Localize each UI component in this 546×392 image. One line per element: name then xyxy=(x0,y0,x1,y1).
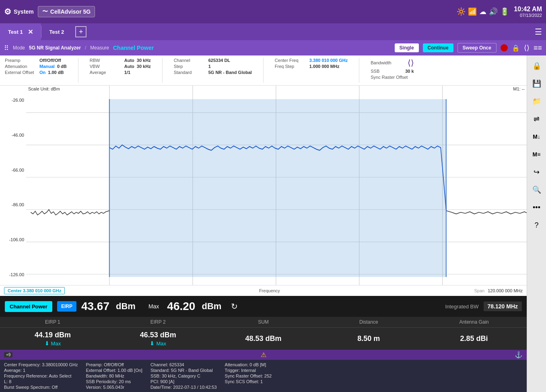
y-label: -26.00 xyxy=(2,98,24,103)
info-2-0: Preamp: Off/Off/Off xyxy=(86,362,142,367)
expand-icon[interactable]: ⟨⟩ xyxy=(524,43,530,52)
center-freq-box[interactable]: Center 3.380 010 000 GHz xyxy=(4,287,65,294)
sidebar-m-lines-icon[interactable]: M≡ xyxy=(530,147,544,162)
step-value: 1 xyxy=(208,64,211,69)
center-freq-value: 3.380 010 000 GHz xyxy=(309,58,348,63)
sidebar-folder-icon[interactable]: 📁 xyxy=(530,94,544,109)
gear-icon: ⚙ xyxy=(4,7,11,16)
measure-label: Measure xyxy=(90,45,109,51)
sidebar-help-icon[interactable]: ? xyxy=(530,218,544,232)
eirp-val-1: 44.19 dBm ⬇ Max xyxy=(0,328,105,350)
info-2-1: External Offset: 1.00 dB [On] xyxy=(86,368,142,373)
max-value: 46.20 xyxy=(167,300,195,313)
info-3-3: PCI: 900 [A] xyxy=(150,379,217,384)
refresh-icon[interactable]: ↻ xyxy=(231,302,238,311)
sweep-button[interactable]: Sweep Once xyxy=(457,43,497,53)
m1-label: M1: -- xyxy=(513,86,525,91)
sync-raster-label: Sync Raster Offset xyxy=(371,75,408,80)
eirp-button[interactable]: EIRP xyxy=(57,301,76,312)
eirp-col-1: EIRP 1 xyxy=(0,317,105,327)
celladvisor-button[interactable]: 〜 CellAdvisor 5G xyxy=(38,6,95,17)
scroll-arrows[interactable]: ⟨⟩ xyxy=(408,58,414,68)
y-axis: -26.00 -46.00 -66.00 -86.00 -106.00 -126… xyxy=(0,86,26,285)
param-group-channel: Channel 625334 DL Step 1 Standard 5G NR … xyxy=(174,58,252,75)
channel-power-button[interactable]: Channel Power xyxy=(5,301,52,312)
y-label: -46.00 xyxy=(2,133,24,138)
channel-label: Channel xyxy=(174,58,206,63)
attenuation-label: Attenuation xyxy=(5,64,37,69)
mode-value: 5G NR Signal Analyzer xyxy=(29,45,81,51)
tab-test1[interactable]: Test 1 ✕ xyxy=(0,23,41,40)
settings-icon[interactable]: ≡≡ xyxy=(534,44,542,52)
channel-value: 625334 DL xyxy=(208,58,230,63)
cloud-icon: ☁ xyxy=(479,7,486,16)
info-2-3: SSB Periodicity: 20 ms xyxy=(86,379,142,384)
param-group-rbw: RBW Auto 30 kHz VBW Auto 30 kHz Average … xyxy=(90,58,151,75)
sidebar-more-icon[interactable]: ••• xyxy=(530,200,544,215)
max-label: Max xyxy=(148,303,159,310)
vbw-value: 30 kHz xyxy=(137,64,151,69)
eirp-col-5: Antenna Gain xyxy=(421,317,527,327)
eirp-val-4: 8.50 m xyxy=(316,331,421,346)
sidebar-search-icon[interactable]: 🔍 xyxy=(530,183,544,197)
chart-svg xyxy=(26,86,527,285)
date: 07/13/2022 xyxy=(514,13,542,18)
info-col-4: Attenuation: 0 dB [M] Trigger: Internal … xyxy=(225,362,272,390)
eirp-sub-val-1: Max xyxy=(51,341,61,347)
info-4-3: Sync SCS Offset: 1 xyxy=(225,379,272,384)
bandwidth-label: Bandwidth xyxy=(371,60,403,65)
eirp-col-3: SUM xyxy=(211,317,316,327)
integrated-bw-label: Integrated BW xyxy=(445,304,478,310)
sidebar-m-down-icon[interactable]: M↓ xyxy=(530,129,544,144)
step-label: Step xyxy=(174,64,206,69)
span-value: 120.000 000 MHz xyxy=(488,288,523,293)
eirp-col-4: Distance xyxy=(316,317,421,327)
average-label: Average xyxy=(90,70,122,75)
tab-test2[interactable]: Test 2 xyxy=(41,23,72,40)
sidebar-lock-icon[interactable]: 🔒 xyxy=(530,59,544,73)
sidebar-transfer-icon[interactable]: ⇌ xyxy=(530,112,544,126)
power-value: 43.67 xyxy=(81,300,109,313)
grid-icon[interactable]: ⠿ xyxy=(4,44,9,52)
info-2-2: Bandwidth: 80 MHz xyxy=(86,374,142,378)
status-icons: 🔆 📶 ☁ 🔊 🔋 xyxy=(457,7,509,16)
eirp-col-2: EIRP 2 xyxy=(105,317,211,327)
bw-value: 78.120 MHz xyxy=(484,302,522,311)
sidebar-arrow-icon[interactable]: ↪ xyxy=(530,165,544,179)
standard-label: Standard xyxy=(174,70,206,75)
eirp-main-val-3: 48.53 dBm xyxy=(212,335,315,343)
channel-power-bar: Channel Power EIRP 43.67 dBm Max 46.20 d… xyxy=(0,296,527,317)
tab-add-button[interactable]: + xyxy=(75,26,87,37)
info-1-2: Frequency Reference: Auto Select xyxy=(4,374,78,378)
continue-button[interactable]: Continue xyxy=(423,43,453,52)
time: 10:42 AM xyxy=(514,6,542,13)
info-col-3: Channel: 625334 Standard: 5G NR - Band G… xyxy=(150,362,217,390)
y-label: -126.00 xyxy=(2,272,24,277)
params-row: Preamp Off/Off/Off Attenuation Manual 0 … xyxy=(0,55,527,86)
param-group-preamp: Preamp Off/Off/Off Attenuation Manual 0 … xyxy=(5,58,67,75)
info-4-0: Attenuation: 0 dB [M] xyxy=(225,362,272,367)
single-button[interactable]: Single xyxy=(395,43,419,52)
bottom-info: Center Frequency: 3.380010000 GHz Averag… xyxy=(0,360,527,392)
hamburger-menu[interactable]: ☰ xyxy=(535,27,542,37)
tab1-close-icon[interactable]: ✕ xyxy=(28,28,33,36)
content-area: Preamp Off/Off/Off Attenuation Manual 0 … xyxy=(0,55,546,392)
system-button[interactable]: ⚙ System xyxy=(4,7,34,16)
chart-container: -26.00 -46.00 -66.00 -86.00 -106.00 -126… xyxy=(0,86,527,285)
measure-value: Channel Power xyxy=(113,45,154,51)
scale-unit: Scale Unit: dBm xyxy=(28,86,60,91)
sidebar-save-icon[interactable]: 💾 xyxy=(530,76,544,91)
tab2-label: Test 2 xyxy=(49,29,64,35)
eirp-sub-1: ⬇ Max xyxy=(2,340,104,347)
attenuation-mode[interactable]: Manual xyxy=(39,64,55,69)
eirp-val-2: 46.53 dBm ⬇ Max xyxy=(105,328,211,350)
ext-offset-mode[interactable]: On xyxy=(39,70,45,75)
eirp-sub-val-2: Max xyxy=(156,341,166,347)
y-label: -86.00 xyxy=(2,202,24,207)
info-col-2: Preamp: Off/Off/Off External Offset: 1.0… xyxy=(86,362,142,390)
preamp-value: Off/Off/Off xyxy=(39,58,61,63)
info-1-0: Center Frequency: 3.380010000 GHz xyxy=(4,362,78,367)
eirp-table: EIRP 1 EIRP 2 SUM Distance Antenna Gain … xyxy=(0,317,527,350)
info-1-1: Average: 1 xyxy=(4,368,78,373)
info-col-1: Center Frequency: 3.380010000 GHz Averag… xyxy=(4,362,78,390)
